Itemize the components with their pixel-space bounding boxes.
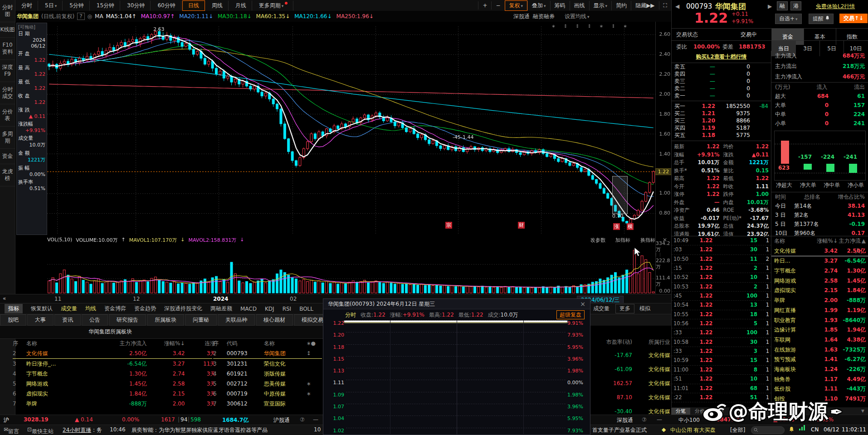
indicator-tab[interactable]: 指标 [5, 304, 23, 313]
tab-more-periods[interactable]: 更多周期▾ [253, 0, 294, 11]
table-row[interactable]: 87.10 文化传媒 [590, 391, 671, 405]
table-row[interactable]: 4 字节概念 1.30亿 2.74 3天 [13, 369, 212, 379]
zoom-out-button[interactable]: − [491, 1, 504, 10]
info-tab[interactable]: 公告 [82, 314, 108, 326]
table-row[interactable]: -61.09 文化传媒 [590, 362, 671, 376]
tab-5day[interactable]: 5日▾ [39, 0, 63, 11]
tab-60min[interactable]: 60分钟 [151, 0, 181, 11]
info-tab[interactable]: 大事 [27, 314, 54, 326]
sector-row[interactable]: 低价股 1.11 -443万 [771, 384, 868, 394]
sector-row[interactable]: 昨日... 3.27 -6.54亿 [771, 256, 868, 266]
ohlc-info-panel[interactable]: [可拖动] 日 期 2024 06/12 开 盘 1.22 最 高 1.22 最… [16, 23, 47, 235]
sidebar-item[interactable]: 资金 [0, 149, 15, 164]
indicator-tab[interactable]: KDJ [265, 306, 274, 312]
table-row[interactable]: 7 300612 宣亚国际 [213, 399, 322, 409]
sidebar-item[interactable]: 分时图 [0, 0, 15, 22]
news-ticker[interactable]: 辰奕智能：为华为智慧屏独家供应蓝牙语音遥控器等产品 [132, 426, 268, 434]
table-row[interactable]: 3 301231 荣信文化 [213, 359, 322, 369]
table-row[interactable]: 7 举牌 -888万 2.00 3天 [13, 399, 212, 409]
message-button[interactable]: ✉ 留言 [4, 426, 8, 433]
tab-15min[interactable]: 15分钟 [91, 0, 120, 11]
info-tab[interactable]: 关联品种 [218, 314, 255, 326]
news-ticker-2[interactable]: 首支量子产业基金正式 [592, 426, 647, 434]
tab-daily[interactable]: 日线 [182, 0, 205, 11]
close-icon[interactable]: × [580, 299, 585, 309]
help-icon[interactable]: ? [77, 13, 84, 20]
scroll-up-icon[interactable]: ▲ [862, 236, 866, 246]
event-badge[interactable]: 宗 [445, 222, 452, 229]
sector-row[interactable]: 边缘计算 1.85 1.94亿 [771, 325, 868, 335]
table-row[interactable]: 5 网络游戏 1.45亿 2.58 3天 [13, 379, 212, 389]
hk-badge[interactable]: 港 [790, 1, 801, 10]
change-params-button[interactable]: 改参数 [590, 237, 605, 243]
zoom-in-button[interactable]: + [478, 1, 491, 10]
scroll-left-icon[interactable]: « [3, 295, 6, 302]
tab-5min[interactable]: 5分钟 [63, 0, 90, 11]
question-circle-icon[interactable]: ⑦ [300, 416, 305, 423]
table-row[interactable]: 2 000793 华闻集团 ↕ [213, 348, 322, 359]
sidebar-item[interactable]: 分时成交 [0, 82, 15, 104]
link-margin-trading[interactable]: 融资融券 [533, 13, 555, 20]
indicator-tab[interactable]: 恢复默认 [31, 305, 53, 313]
sector-list[interactable]: 名称 涨幅%↓ 主力净流入 ▲ 文化传媒 3.42 2.50亿 昨日... 3.… [771, 236, 868, 407]
indicator-tab[interactable]: 均线 [85, 305, 96, 313]
indicator-tab[interactable]: RSI [283, 306, 292, 312]
event-badge[interactable]: 涨 [613, 223, 620, 230]
indicator-tab[interactable]: 资金博弈 [104, 305, 126, 313]
sidebar-item[interactable]: 多周期 [0, 127, 15, 149]
super-replay-button[interactable]: 超级复盘 [556, 310, 585, 319]
kline-chart-canvas[interactable] [47, 22, 655, 237]
sector-row[interactable]: 举牌 2.00 -888万 [771, 296, 868, 306]
popup-tab-fenshi[interactable]: 分时 [345, 309, 356, 320]
table-row[interactable]: 2 文化传媒 2.50亿 3.42 3天 [13, 348, 212, 359]
tab-30min[interactable]: 30分钟 [121, 0, 151, 11]
indicator-tab[interactable]: 深股通持股变化 [164, 305, 202, 313]
info-tab[interactable]: 核心题材 [256, 314, 293, 326]
live-24h-link[interactable]: 24小时直播 [63, 426, 91, 434]
sector-row[interactable]: 独角兽 1.17 4.49亿 [771, 375, 868, 385]
info-tab[interactable]: 研究报告 [109, 314, 146, 326]
bell-icon[interactable] [789, 427, 794, 434]
volume-chart-canvas[interactable] [47, 243, 655, 294]
l2-buy-link[interactable]: 购买L2查看十档行情 [696, 54, 747, 60]
table-row[interactable]: 6 000719 中原传媒 ∗ [213, 389, 322, 399]
template-button[interactable]: 模拟 [639, 305, 650, 313]
big-order-alert[interactable]: 中山公用 有大买盘 [670, 426, 716, 434]
link-shengutong[interactable]: 深股通 [513, 13, 530, 20]
tab-fenbi[interactable]: 分笔 [671, 408, 690, 415]
fast-site-button[interactable]: ⊡ 最快主站 [27, 426, 32, 433]
sidebar-item[interactable]: 深度F9 [0, 60, 15, 82]
prev-stock-icon[interactable]: ◀ [675, 0, 679, 13]
sector-row[interactable]: 职业教育 1.93 -8640万 [771, 316, 868, 326]
sidebar-item[interactable]: K线图 [0, 22, 15, 38]
indicator-tab[interactable]: 成交量 [61, 305, 77, 313]
tab-weekly[interactable]: 周线 [206, 0, 229, 11]
fuquan-button[interactable]: 复权▾ [505, 0, 528, 11]
info-tab[interactable]: 所属板块 [147, 314, 184, 326]
sector-row[interactable]: 网络游戏 2.58 1.45亿 [771, 276, 868, 286]
sidebar-item[interactable]: 分价表 [0, 104, 15, 127]
display-button[interactable]: 显示▾ [589, 1, 612, 10]
chips-button[interactable]: 筹码 [550, 1, 570, 10]
table-row[interactable]: 6 虚拟现实 1.84亿 2.15 3天 [13, 389, 212, 399]
indicator-tab[interactable]: BOLL [299, 306, 313, 312]
more-indicators-button[interactable]: 更多 [615, 304, 634, 313]
info-tab[interactable]: 问董秘 [185, 314, 217, 326]
popup-title-bar[interactable]: 华闻集团(000793) 2024年6月12日 星期三 × [323, 299, 590, 309]
l2-trial-link[interactable]: 免费体验L2行情 [816, 0, 855, 13]
fullscreen-icon[interactable]: ⛶ [659, 1, 671, 10]
link-ma-settings[interactable]: 设置均线▾ [565, 13, 590, 20]
event-badge[interactable]: 横 [627, 223, 634, 230]
trade-button[interactable]: 交易↑↓ [839, 14, 868, 23]
tab-monthly[interactable]: 月线 [229, 0, 252, 11]
table-row[interactable]: 5 002712 思美传媒 ∗ [213, 379, 322, 389]
next-stock-icon[interactable]: ▶ [768, 0, 772, 13]
hide-button[interactable]: 隐藏▶▶ [631, 1, 658, 10]
overlay-button[interactable]: 叠加▾ [527, 1, 550, 10]
add-watchlist-button[interactable]: 自选+▾ [775, 14, 802, 24]
intraday-popup[interactable]: 华闻集团(000793) 2024年6月12日 星期三 × 分时 收盘:1.22… [323, 298, 590, 435]
sector-row[interactable]: 车联网 1.64 4.38亿 [771, 335, 868, 345]
sector-row[interactable]: 网红直播 1.99 1.19亿 [771, 306, 868, 316]
sector-row[interactable]: 在线旅游 1.63 -7325万 [771, 345, 868, 355]
lang-indicator[interactable]: CN [811, 426, 819, 433]
